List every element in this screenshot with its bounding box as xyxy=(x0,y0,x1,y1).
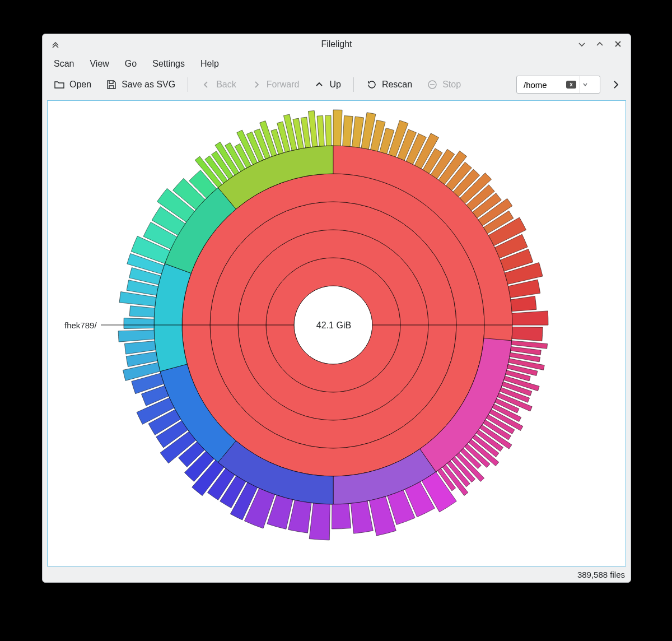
clear-input-icon[interactable] xyxy=(566,81,576,89)
toolbar: Open Save as SVG Back Forward xyxy=(43,72,631,97)
back-button: Back xyxy=(195,76,242,94)
path-input[interactable] xyxy=(522,80,563,90)
window-title: Filelight xyxy=(321,39,352,49)
menubar: Scan View Go Settings Help xyxy=(43,55,631,72)
stop-button: Stop xyxy=(421,76,466,94)
minimize-button[interactable] xyxy=(576,38,588,50)
open-button[interactable]: Open xyxy=(48,76,97,94)
stop-icon xyxy=(427,79,438,90)
folder-open-icon xyxy=(54,79,65,90)
up-button[interactable]: Up xyxy=(308,76,346,94)
center-size-label: 42.1 GiB xyxy=(316,320,351,331)
file-count-label: 389,588 files xyxy=(577,570,625,579)
up-label: Up xyxy=(329,80,340,90)
statusbar: 389,588 files xyxy=(43,566,631,582)
canvas-wrap: 42.1 GiB fhek789/ xyxy=(43,97,631,566)
save-svg-button[interactable]: Save as SVG xyxy=(100,76,181,94)
stop-label: Stop xyxy=(442,80,461,90)
chevron-up-icon xyxy=(314,79,325,90)
go-button[interactable] xyxy=(607,76,625,94)
menu-help[interactable]: Help xyxy=(194,56,226,72)
open-label: Open xyxy=(69,80,91,90)
path-input-box[interactable] xyxy=(516,76,600,94)
forward-label: Forward xyxy=(267,80,300,90)
menu-scan[interactable]: Scan xyxy=(47,56,81,72)
chevron-left-icon xyxy=(200,79,212,90)
menu-go[interactable]: Go xyxy=(118,56,143,72)
toolbar-separator xyxy=(188,77,188,92)
close-button[interactable] xyxy=(612,38,624,50)
refresh-icon xyxy=(366,79,377,90)
menu-settings[interactable]: Settings xyxy=(146,56,192,72)
toolbar-separator xyxy=(353,77,354,92)
segment-pointer-label: fhek789/ xyxy=(64,320,97,330)
app-window: Filelight Scan View Go Settings Help xyxy=(42,34,631,583)
menu-view[interactable]: View xyxy=(83,56,115,72)
path-dropdown-icon[interactable] xyxy=(580,76,590,93)
titlebar-expand-icon[interactable] xyxy=(49,38,62,50)
chevron-right-icon xyxy=(251,79,262,90)
maximize-button[interactable] xyxy=(594,38,606,50)
save-icon xyxy=(106,79,117,90)
save-svg-label: Save as SVG xyxy=(122,80,175,90)
back-label: Back xyxy=(216,80,236,90)
forward-button: Forward xyxy=(245,76,305,94)
rescan-label: Rescan xyxy=(382,80,412,90)
rescan-button[interactable]: Rescan xyxy=(361,76,418,94)
sunburst-canvas[interactable]: 42.1 GiB fhek789/ xyxy=(47,100,626,566)
titlebar: Filelight xyxy=(43,34,631,55)
